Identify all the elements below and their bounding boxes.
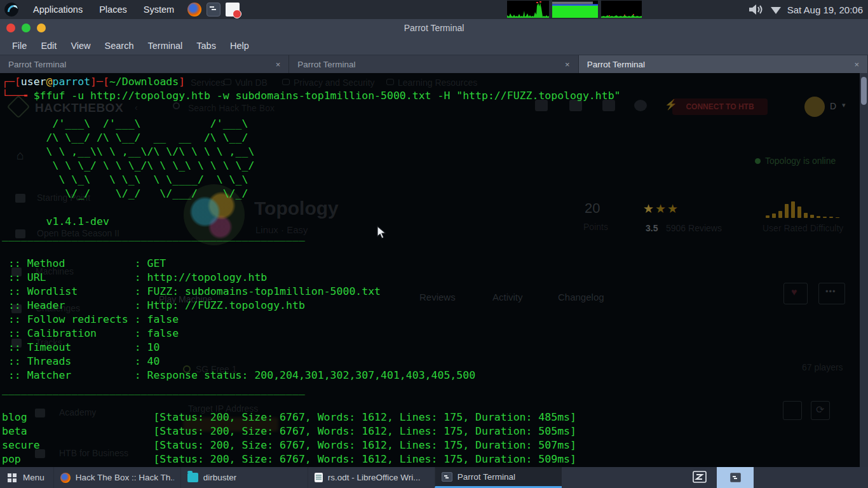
ellipsis-icon: ••• xyxy=(825,287,836,296)
terminal-tabbar: Parrot Terminal × Parrot Terminal × Parr… xyxy=(0,55,868,73)
tab-label: Parrot Terminal xyxy=(8,60,66,69)
taskbar-menu-button[interactable]: Menu xyxy=(0,467,53,488)
difficulty-histogram xyxy=(766,200,861,218)
menu-view[interactable]: View xyxy=(64,37,97,55)
window-titlebar[interactable]: Parrot Terminal xyxy=(0,19,868,37)
refresh-icon: ⟳ xyxy=(816,403,824,416)
machine-reviews: 5906 Reviews xyxy=(666,223,722,233)
firefox-icon xyxy=(60,473,71,483)
document-icon xyxy=(315,473,323,482)
terminal-launcher-icon[interactable] xyxy=(207,3,220,17)
refresh-ip-button xyxy=(811,401,830,420)
task-libreoffice[interactable]: rs.odt - LibreOffice Wri... xyxy=(308,467,435,488)
network-monitor-graph[interactable] xyxy=(601,1,642,18)
text-editor-launcher-icon[interactable] xyxy=(226,3,240,17)
task-label: Parrot Terminal xyxy=(458,472,515,482)
applications-menu[interactable]: Applications xyxy=(25,0,91,19)
mouse-cursor xyxy=(377,226,387,240)
heart-icon: ♥ xyxy=(791,287,797,298)
result-row: pop[Status: 200, Size: 6767, Words: 1612… xyxy=(2,452,621,466)
clock[interactable]: Sat Aug 19, 20:06 xyxy=(787,4,863,15)
result-row: blog[Status: 200, Size: 6767, Words: 161… xyxy=(2,410,621,424)
menu-tabs[interactable]: Tabs xyxy=(189,37,223,55)
machine-rating: 3.5 xyxy=(646,223,658,233)
menu-terminal[interactable]: Terminal xyxy=(141,37,190,55)
terminal-tab-3-active[interactable]: Parrot Terminal × xyxy=(579,55,868,73)
result-row: secure[Status: 200, Size: 6767, Words: 1… xyxy=(2,438,621,452)
menu-file[interactable]: File xyxy=(5,37,34,55)
task-dirbuster-folder[interactable]: dirbuster xyxy=(180,467,308,488)
favorite-button xyxy=(783,283,808,304)
system-menu[interactable]: System xyxy=(135,0,182,19)
online-status-dot xyxy=(755,158,761,164)
network-status-icon[interactable] xyxy=(770,3,782,16)
close-window-button[interactable] xyxy=(6,24,15,32)
maximize-window-button[interactable] xyxy=(22,24,31,32)
window-title: Parrot Terminal xyxy=(0,19,868,37)
menu-label: Menu xyxy=(23,473,44,482)
avatar xyxy=(804,97,825,117)
folder-icon xyxy=(187,473,198,482)
chevron-down-icon: ▾ xyxy=(842,101,846,109)
command-text: ffuf -u http://topology.htb -w subdomain… xyxy=(40,90,621,102)
terminal-tab-1[interactable]: Parrot Terminal × xyxy=(0,55,289,73)
help-icon xyxy=(634,100,647,111)
scrollbar-thumb[interactable] xyxy=(861,77,867,105)
connect-to-htb-button: CONNECT TO HTB xyxy=(672,98,768,115)
avatar-initial: D xyxy=(830,101,836,111)
task-label: dirbuster xyxy=(203,473,237,482)
lightning-icon: ⚡ xyxy=(665,98,677,111)
parrot-menu-icon[interactable] xyxy=(4,3,18,17)
cpu-monitor-graph[interactable] xyxy=(507,1,549,18)
top-panel: Applications Places System xyxy=(0,0,868,19)
tray-terminal-button[interactable] xyxy=(717,467,754,488)
tab-close-icon[interactable]: × xyxy=(565,60,570,69)
task-firefox[interactable]: Hack The Box :: Hack Th... xyxy=(53,467,180,488)
keyboard-layout-indicator[interactable] xyxy=(691,470,708,487)
players-count: 67 players xyxy=(802,362,843,372)
task-parrot-terminal-active[interactable]: Parrot Terminal xyxy=(435,467,562,488)
desktop: Applications Places System xyxy=(0,0,868,488)
places-menu[interactable]: Places xyxy=(91,0,135,19)
terminal-tab-2[interactable]: Parrot Terminal × xyxy=(289,55,578,73)
ffuf-version: v1.4.1-dev xyxy=(2,215,621,229)
terminal-screen[interactable]: Services Vuln DB Privacy and Security Le… xyxy=(0,73,868,467)
tab-close-icon[interactable]: × xyxy=(854,60,859,69)
taskbar: Menu Hack The Box :: Hack Th... dirbuste… xyxy=(0,467,868,488)
terminal-menubar: File Edit View Search Terminal Tabs Help xyxy=(0,37,868,55)
machine-online-badge: Topology is online xyxy=(765,156,836,166)
memory-monitor-graph[interactable] xyxy=(552,1,598,18)
terminal-window: Parrot Terminal File Edit View Search Te… xyxy=(0,19,868,467)
task-label: rs.odt - LibreOffice Wri... xyxy=(328,473,421,482)
more-options-button xyxy=(818,283,845,304)
menu-edit[interactable]: Edit xyxy=(34,37,64,55)
copy-ip-button xyxy=(783,401,802,420)
difficulty-label: User Rated Difficulty xyxy=(763,223,843,233)
terminal-scrollbar[interactable] xyxy=(860,73,868,467)
minimize-window-button[interactable] xyxy=(37,24,46,32)
tab-label: Parrot Terminal xyxy=(587,60,645,69)
terminal-icon xyxy=(442,472,452,482)
terminal-output: ┌─[user@parrot]─[~/Downloads]└──╼ $ffuf … xyxy=(2,75,621,466)
menu-grid-icon xyxy=(8,473,17,482)
menu-help[interactable]: Help xyxy=(223,37,256,55)
result-row: beta[Status: 200, Size: 6767, Words: 161… xyxy=(2,424,621,438)
volume-icon[interactable] xyxy=(748,3,764,17)
menu-search[interactable]: Search xyxy=(98,37,141,55)
firefox-launcher-icon[interactable] xyxy=(187,3,201,17)
tab-close-icon[interactable]: × xyxy=(276,60,281,69)
tab-label: Parrot Terminal xyxy=(297,60,355,69)
terminal-icon xyxy=(730,473,741,482)
task-label: Hack The Box :: Hack Th... xyxy=(76,473,174,482)
